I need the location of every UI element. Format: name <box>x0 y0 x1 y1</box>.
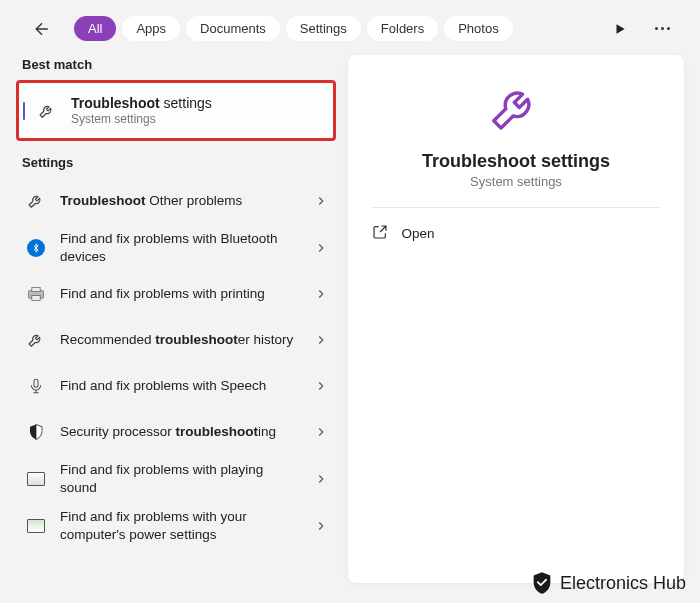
chevron-right-icon <box>314 425 328 439</box>
divider <box>372 207 661 208</box>
bluetooth-icon <box>26 238 46 258</box>
watermark-text: Electronics Hub <box>560 573 686 594</box>
result-playing-sound[interactable]: Find and fix problems with playing sound <box>16 455 336 502</box>
tab-documents[interactable]: Documents <box>186 16 280 41</box>
shield-icon <box>532 571 552 595</box>
result-label: Find and fix problems with your computer… <box>60 508 300 543</box>
watermark: Electronics Hub <box>532 571 686 595</box>
more-icon[interactable] <box>655 27 670 30</box>
result-label: Find and fix problems with Bluetooth dev… <box>60 230 300 265</box>
svg-rect-3 <box>34 379 38 387</box>
result-label: Troubleshoot Other problems <box>60 192 300 210</box>
chevron-right-icon <box>314 333 328 347</box>
result-speech[interactable]: Find and fix problems with Speech <box>16 363 336 409</box>
tab-photos[interactable]: Photos <box>444 16 512 41</box>
chevron-right-icon <box>314 379 328 393</box>
detail-panel: Troubleshoot settings System settings Op… <box>348 55 684 583</box>
result-label: Security processor troubleshooting <box>60 423 300 441</box>
section-header-best-match: Best match <box>16 51 336 80</box>
tab-settings[interactable]: Settings <box>286 16 361 41</box>
chevron-right-icon <box>314 472 328 486</box>
play-icon[interactable] <box>613 22 627 36</box>
chevron-right-icon <box>314 194 328 208</box>
monitor-icon <box>26 469 46 489</box>
chevron-right-icon <box>314 241 328 255</box>
open-button[interactable]: Open <box>372 214 661 253</box>
result-label: Find and fix problems with Speech <box>60 377 300 395</box>
best-match-title: Troubleshoot settings <box>71 95 323 111</box>
monitor-icon <box>26 516 46 536</box>
back-button[interactable] <box>30 17 54 41</box>
section-header-settings: Settings <box>16 149 336 178</box>
result-printing[interactable]: Find and fix problems with printing <box>16 271 336 317</box>
svg-rect-2 <box>32 296 40 301</box>
result-label: Find and fix problems with playing sound <box>60 461 300 496</box>
tab-all[interactable]: All <box>74 16 116 41</box>
best-match-sub: System settings <box>71 112 323 126</box>
tab-apps[interactable]: Apps <box>122 16 180 41</box>
result-security-processor[interactable]: Security processor troubleshooting <box>16 409 336 455</box>
result-recommended-history[interactable]: Recommended troubleshooter history <box>16 317 336 363</box>
result-power-settings[interactable]: Find and fix problems with your computer… <box>16 502 336 549</box>
printer-icon <box>26 284 46 304</box>
category-tabs: All Apps Documents Settings Folders Phot… <box>74 16 613 41</box>
wrench-icon <box>26 330 46 350</box>
detail-title: Troubleshoot settings <box>422 151 610 172</box>
wrench-icon <box>26 191 46 211</box>
result-bluetooth[interactable]: Find and fix problems with Bluetooth dev… <box>16 224 336 271</box>
result-label: Find and fix problems with printing <box>60 285 300 303</box>
chevron-right-icon <box>314 287 328 301</box>
detail-sub: System settings <box>470 174 562 189</box>
shield-icon <box>26 422 46 442</box>
chevron-right-icon <box>314 519 328 533</box>
wrench-icon <box>487 79 545 141</box>
wrench-icon <box>37 102 57 120</box>
result-troubleshoot-other[interactable]: Troubleshoot Other problems <box>16 178 336 224</box>
open-icon <box>372 224 388 243</box>
open-label: Open <box>402 226 435 241</box>
best-match-result[interactable]: Troubleshoot settings System settings <box>16 80 336 141</box>
tab-folders[interactable]: Folders <box>367 16 438 41</box>
result-label: Recommended troubleshooter history <box>60 331 300 349</box>
svg-rect-1 <box>32 287 40 291</box>
microphone-icon <box>26 376 46 396</box>
